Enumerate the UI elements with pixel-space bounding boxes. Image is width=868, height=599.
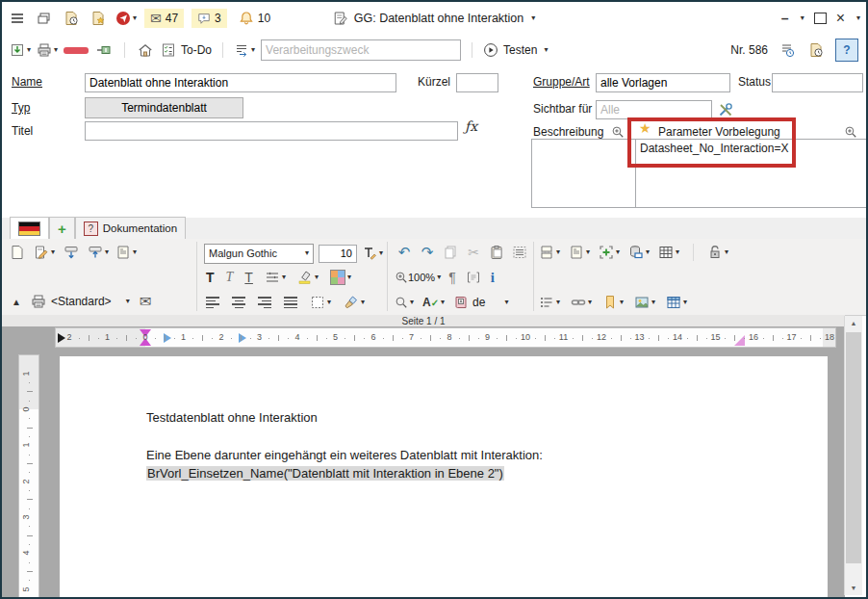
save-button[interactable]: ▾ bbox=[10, 39, 31, 61]
typ-label[interactable]: Typ bbox=[12, 101, 30, 115]
testen-button[interactable]: Testen▾ bbox=[483, 39, 548, 61]
vertical-ruler[interactable]: 1012345 bbox=[18, 354, 39, 597]
bookmark-button[interactable]: ▾ bbox=[602, 292, 624, 313]
navigation-compass-button[interactable]: ▾ bbox=[115, 8, 137, 29]
cut-button[interactable]: ✂ bbox=[464, 242, 483, 263]
zoom-control[interactable]: 100%▾ bbox=[395, 267, 441, 288]
format-painter-button[interactable]: ▾ bbox=[344, 292, 365, 313]
status-input[interactable] bbox=[772, 73, 863, 92]
right-indent-marker[interactable] bbox=[734, 335, 745, 346]
undo-button[interactable]: ↶ bbox=[395, 242, 414, 263]
insert-text-block-button[interactable]: ▾ bbox=[569, 242, 590, 263]
protection-lock-button[interactable]: ▾ bbox=[707, 242, 728, 263]
select-all-button[interactable] bbox=[510, 242, 529, 263]
maximize-button[interactable] bbox=[814, 13, 827, 24]
todo-button[interactable]: To-Do bbox=[161, 39, 212, 61]
connector-icon[interactable] bbox=[94, 39, 114, 61]
home-button[interactable] bbox=[136, 39, 155, 61]
align-left-button[interactable] bbox=[206, 297, 219, 308]
language-select[interactable]: de▾ bbox=[453, 292, 508, 313]
add-language-tab[interactable]: + bbox=[49, 217, 75, 239]
frame-border-button[interactable]: ▾ bbox=[310, 292, 331, 313]
name-input[interactable] bbox=[85, 73, 396, 92]
import-text-button[interactable] bbox=[62, 242, 81, 263]
italic-button[interactable]: T bbox=[226, 270, 234, 285]
window-title-menu[interactable]: GG: Datenblatt ohne Interaktion ▾ bbox=[333, 11, 536, 26]
kuerzel-input[interactable] bbox=[456, 73, 498, 92]
redo-button[interactable]: ↷ bbox=[418, 242, 437, 263]
vertical-scrollbar[interactable]: ▲ ▼ bbox=[844, 316, 862, 595]
export-text-button[interactable]: ▾ bbox=[88, 242, 109, 263]
print-button[interactable]: ▾ bbox=[37, 39, 58, 61]
underline-button[interactable]: T bbox=[244, 270, 253, 285]
menu-icon[interactable] bbox=[8, 8, 27, 29]
window-stack-icon[interactable] bbox=[35, 8, 54, 29]
delete-bar-icon[interactable] bbox=[64, 39, 89, 61]
gruppe-art-input[interactable] bbox=[596, 73, 730, 92]
send-mail-button[interactable]: ✉ bbox=[140, 293, 152, 310]
insert-image-button[interactable]: ▾ bbox=[634, 292, 655, 313]
formula-fx-icon[interactable]: ƒx bbox=[465, 118, 477, 134]
hyperlink-button[interactable]: ▾ bbox=[571, 292, 592, 313]
spellcheck-button[interactable]: A✓▾ bbox=[422, 292, 445, 313]
name-label[interactable]: Name bbox=[12, 75, 42, 89]
minimize-button[interactable]: – bbox=[781, 11, 789, 26]
paste-button[interactable] bbox=[487, 242, 506, 263]
align-justify-button[interactable] bbox=[284, 297, 297, 308]
insert-frame-button[interactable]: ▾ bbox=[599, 242, 620, 263]
chat-badge[interactable]: 3 bbox=[191, 9, 227, 28]
tab-german[interactable] bbox=[10, 217, 49, 239]
first-line-indent-marker[interactable] bbox=[58, 333, 65, 343]
bold-button[interactable]: T bbox=[206, 270, 215, 285]
scroll-up-button[interactable]: ▲ bbox=[845, 316, 862, 330]
typ-button[interactable]: Termindatenblatt bbox=[85, 97, 243, 118]
favorite-star-icon[interactable]: ★ bbox=[639, 120, 651, 136]
beschreibung-textarea[interactable]: ▲ ▼ bbox=[531, 139, 649, 208]
mail-badge[interactable]: ✉47 bbox=[144, 9, 184, 28]
favorite-documents-icon[interactable] bbox=[89, 8, 108, 29]
horizontal-ruler[interactable]: 210123456789101112131415161718 bbox=[55, 327, 836, 348]
page-setup-button[interactable]: ▾ bbox=[115, 242, 137, 263]
document-history-icon[interactable] bbox=[806, 39, 826, 61]
collapse-button[interactable]: ▲ bbox=[12, 297, 21, 307]
text-boundaries-button[interactable] bbox=[464, 267, 483, 288]
verarbeitungszweck-input[interactable] bbox=[261, 39, 461, 61]
page-break-button[interactable]: ▾ bbox=[539, 242, 560, 263]
highlight-button[interactable]: ▾ bbox=[297, 267, 319, 288]
history-list-icon[interactable] bbox=[778, 39, 797, 61]
printer-select[interactable]: <Standard>▾ bbox=[31, 291, 130, 312]
recent-documents-icon[interactable] bbox=[62, 8, 81, 29]
new-document-button[interactable] bbox=[8, 242, 27, 263]
list-export-button[interactable]: ▾ bbox=[234, 39, 255, 61]
align-right-button[interactable] bbox=[258, 297, 271, 308]
sichtbar-fuer-input[interactable] bbox=[596, 100, 712, 119]
format-template-button[interactable]: ▾ bbox=[34, 242, 55, 263]
close-button[interactable]: × bbox=[836, 11, 845, 26]
font-size-input[interactable] bbox=[319, 245, 357, 263]
copy-button[interactable] bbox=[441, 242, 460, 263]
table-style-button[interactable]: ▾ bbox=[666, 292, 687, 313]
tab-dokumentation[interactable]: ?Dokumentation bbox=[75, 217, 186, 239]
text-style-tag-button[interactable]: ▾ bbox=[362, 243, 383, 264]
paragraph-settings-button[interactable]: ▾ bbox=[265, 267, 286, 288]
minimize-menu-caret[interactable]: ▾ bbox=[801, 14, 804, 22]
color-palette-button[interactable]: ▾ bbox=[330, 267, 351, 288]
titel-input[interactable] bbox=[85, 121, 458, 141]
align-center-button[interactable] bbox=[232, 297, 245, 308]
page-canvas[interactable]: Testdatenblatt ohne Interaktion Eine Ebe… bbox=[60, 356, 828, 597]
pilcrow-button[interactable]: ¶ bbox=[448, 270, 456, 285]
gruppe-art-label[interactable]: Gruppe/Art bbox=[533, 75, 590, 89]
close-menu-caret[interactable]: ▾ bbox=[856, 14, 860, 22]
insert-database-field-button[interactable]: ▾ bbox=[628, 242, 650, 263]
insert-table-button[interactable]: ▾ bbox=[658, 242, 679, 263]
notifications-badge[interactable]: 10 bbox=[235, 9, 274, 28]
search-button[interactable]: ▾ bbox=[395, 292, 414, 313]
permissions-tools-icon[interactable] bbox=[716, 99, 735, 120]
info-button[interactable]: i bbox=[491, 270, 495, 286]
list-outline-button[interactable]: ▾ bbox=[539, 292, 560, 313]
help-button[interactable]: ? bbox=[835, 39, 858, 62]
font-family-select[interactable]: Malgun Gothic▾ bbox=[204, 244, 314, 264]
scrollbar-thumb[interactable] bbox=[846, 332, 861, 563]
scroll-down-button[interactable]: ▼ bbox=[845, 581, 862, 595]
parameter-textarea[interactable]: Datasheet_No_Interaction=X ▲ ▼ bbox=[635, 139, 868, 208]
